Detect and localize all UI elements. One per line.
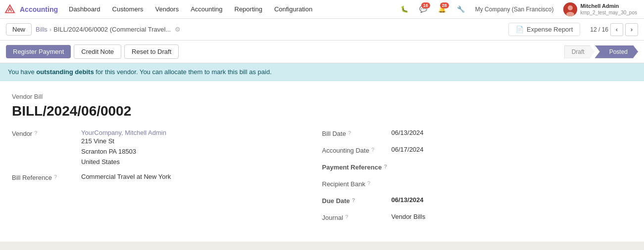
- due-date-row: Due Date ? 06/13/2024: [322, 196, 633, 209]
- accounting-date-value: 06/17/2024: [392, 146, 424, 153]
- recipient-bank-row: Recipient Bank ?: [322, 179, 633, 192]
- avatar: [563, 2, 577, 16]
- status-draft[interactable]: Draft: [564, 45, 595, 58]
- accounting-date-row: Accounting Date ? 06/17/2024: [322, 146, 633, 159]
- due-date-value: 06/13/2024: [392, 196, 424, 204]
- recipient-bank-help[interactable]: ?: [367, 180, 370, 186]
- bell-icon[interactable]: 🔔 28: [435, 2, 449, 17]
- user-db: kmp_2_test_may_30_pos: [580, 9, 637, 16]
- chat-badge: 16: [421, 2, 430, 9]
- vendor-name[interactable]: YourCompany, Mitchell Admin: [81, 129, 166, 136]
- accounting-date-label: Accounting Date ?: [322, 146, 392, 154]
- vendor-address-1: 215 Vine St: [81, 136, 166, 147]
- user-name: Mitchell Admin: [580, 2, 637, 9]
- nav-reporting[interactable]: Reporting: [230, 3, 267, 15]
- due-date-help[interactable]: ?: [352, 197, 355, 203]
- form-right: Bill Date ? 06/13/2024 Accounting Date ?…: [322, 129, 633, 230]
- bill-date-value: 06/13/2024: [392, 129, 424, 136]
- new-button[interactable]: New: [6, 23, 32, 36]
- bill-reference-row: Bill Reference ? Commercial Travel at Ne…: [12, 173, 322, 186]
- due-date-label: Due Date ?: [322, 196, 392, 205]
- debug-icon[interactable]: 🐛: [397, 2, 412, 17]
- bill-date-help[interactable]: ?: [348, 130, 351, 136]
- vendor-value: YourCompany, Mitchell Admin 215 Vine St …: [81, 129, 166, 167]
- recipient-bank-label: Recipient Bank ?: [322, 179, 392, 188]
- credit-note-button[interactable]: Credit Note: [74, 44, 121, 59]
- payment-ref-label: Payment Reference ?: [322, 163, 392, 171]
- expense-report-button[interactable]: 📄 Expense Report: [508, 23, 580, 36]
- pager-info: 12 / 16: [590, 26, 608, 33]
- nav-vendors[interactable]: Vendors: [150, 3, 184, 15]
- status-posted[interactable]: Posted: [595, 45, 638, 58]
- nav-dashboard[interactable]: Dashboard: [64, 3, 105, 15]
- vendor-address-3: United States: [81, 157, 166, 167]
- chat-icon[interactable]: 💬 16: [416, 2, 431, 17]
- breadcrumb: Bills › BILL/2024/06/0002 (Commercial Tr…: [36, 26, 181, 33]
- settings-icon[interactable]: ⚙: [175, 26, 181, 33]
- payment-ref-help[interactable]: ?: [384, 164, 387, 169]
- bill-date-label: Bill Date ?: [322, 129, 392, 137]
- svg-point-1: [568, 5, 573, 10]
- user-info: Mitchell Admin kmp_2_test_may_30_pos: [580, 2, 637, 16]
- company-selector[interactable]: My Company (San Francisco): [472, 6, 557, 13]
- journal-value: Vendor Bills: [392, 213, 426, 220]
- vendor-help[interactable]: ?: [34, 130, 37, 136]
- alert-bold: outstanding debits: [36, 68, 94, 76]
- company-name: My Company (San Francisco): [475, 6, 554, 13]
- vendor-label: Vendor ?: [12, 129, 81, 137]
- document-type-label: Vendor Bill: [12, 93, 632, 100]
- form-grid: Vendor ? YourCompany, Mitchell Admin 215…: [12, 129, 632, 230]
- document-number: BILL/2024/06/0002: [12, 103, 632, 119]
- alert-post: for this vendor. You can allocate them t…: [94, 68, 272, 76]
- bill-reference-label: Bill Reference ?: [12, 173, 81, 181]
- reset-to-draft-button[interactable]: Reset to Draft: [124, 44, 179, 59]
- vendor-row: Vendor ? YourCompany, Mitchell Admin 215…: [12, 129, 322, 167]
- breadcrumb-bills[interactable]: Bills: [36, 26, 48, 33]
- vendor-address: 215 Vine St Scranton PA 18503 United Sta…: [81, 136, 166, 167]
- journal-label: Journal ?: [322, 213, 392, 221]
- record-pager: 12 / 16 ‹ ›: [590, 23, 638, 36]
- expense-icon: 📄: [516, 26, 524, 33]
- breadcrumb-separator: ›: [50, 26, 51, 33]
- main-content: Vendor Bill BILL/2024/06/0002 Vendor ? Y…: [0, 81, 644, 242]
- bell-badge: 28: [440, 2, 449, 9]
- alert-banner: You have outstanding debits for this ven…: [0, 63, 644, 81]
- journal-row: Journal ? Vendor Bills: [322, 213, 633, 226]
- bill-ref-help[interactable]: ?: [54, 174, 57, 180]
- nav-configuration[interactable]: Configuration: [269, 3, 317, 15]
- wrench-icon[interactable]: 🔧: [453, 2, 468, 17]
- payment-ref-row: Payment Reference ?: [322, 163, 633, 175]
- status-pipeline: Draft Posted: [564, 45, 638, 58]
- prev-record-button[interactable]: ‹: [610, 23, 623, 36]
- action-bar: Register Payment Credit Note Reset to Dr…: [0, 41, 644, 63]
- vendor-address-2: Scranton PA 18503: [81, 147, 166, 157]
- user-menu[interactable]: Mitchell Admin kmp_2_test_may_30_pos: [560, 2, 640, 16]
- breadcrumb-current: BILL/2024/06/0002 (Commercial Travel...: [53, 26, 171, 33]
- app-logo: [4, 3, 16, 15]
- bill-date-row: Bill Date ? 06/13/2024: [322, 129, 633, 142]
- bill-reference-value: Commercial Travel at New York: [81, 173, 171, 180]
- brand-label[interactable]: Accounting: [20, 5, 58, 13]
- expense-report-label: Expense Report: [527, 26, 573, 33]
- alert-pre: You have: [8, 68, 36, 76]
- secondary-bar: New Bills › BILL/2024/06/0002 (Commercia…: [0, 19, 644, 41]
- form-left: Vendor ? YourCompany, Mitchell Admin 215…: [12, 129, 322, 230]
- journal-help[interactable]: ?: [345, 214, 348, 220]
- nav-accounting[interactable]: Accounting: [186, 3, 227, 15]
- accounting-date-help[interactable]: ?: [371, 147, 374, 153]
- next-record-button[interactable]: ›: [625, 23, 638, 36]
- nav-right-actions: 🐛 💬 16 🔔 28 🔧 My Company (San Francisco)…: [397, 2, 640, 17]
- register-payment-button[interactable]: Register Payment: [6, 45, 71, 58]
- top-navigation: Accounting Dashboard Customers Vendors A…: [0, 0, 644, 19]
- nav-customers[interactable]: Customers: [107, 3, 149, 15]
